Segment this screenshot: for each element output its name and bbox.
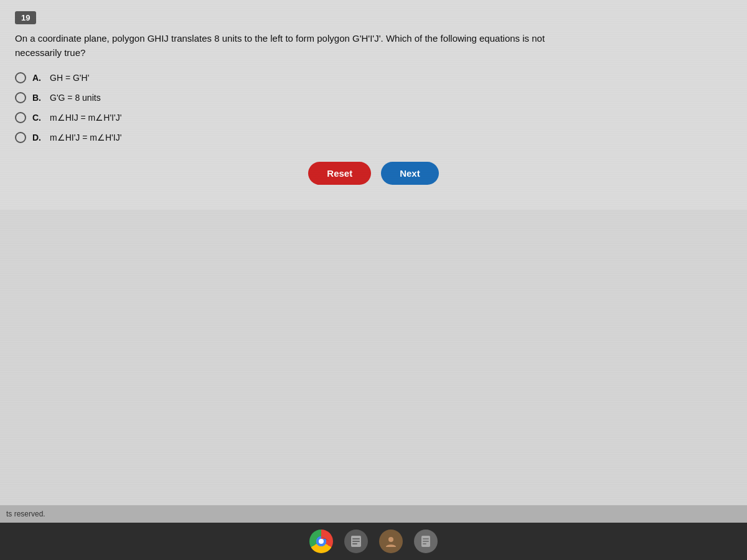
chrome-icon[interactable]	[309, 530, 333, 553]
option-label-b: B.	[32, 93, 46, 103]
options-list: A. GH = G'H' B. G'G = 8 units C. m∠HIJ =…	[15, 72, 732, 143]
radio-a[interactable]	[15, 72, 26, 83]
reset-button[interactable]: Reset	[308, 162, 371, 185]
svg-rect-5	[352, 543, 357, 544]
question-text: On a coordinate plane, polygon GHIJ tran…	[15, 32, 575, 60]
radio-d[interactable]	[15, 132, 26, 143]
option-item-c[interactable]: C. m∠HIJ = m∠H'I'J'	[15, 112, 732, 123]
buttons-row: Reset Next	[15, 162, 732, 185]
option-text-d: m∠HI'J = m∠H'IJ'	[50, 133, 121, 142]
option-item-b[interactable]: B. G'G = 8 units	[15, 92, 732, 103]
taskbar	[0, 523, 747, 560]
option-text-c: m∠HIJ = m∠H'I'J'	[50, 113, 121, 123]
doc-icon[interactable]	[414, 530, 438, 553]
files-icon[interactable]	[344, 530, 368, 553]
svg-rect-10	[423, 543, 426, 544]
main-content: 19 On a coordinate plane, polygon GHIJ t…	[0, 0, 747, 505]
next-button[interactable]: Next	[381, 162, 439, 185]
svg-rect-9	[423, 541, 429, 542]
svg-rect-3	[352, 538, 360, 539]
footer-text: ts reserved.	[6, 510, 45, 518]
option-item-d[interactable]: D. m∠HI'J = m∠H'IJ'	[15, 132, 732, 143]
person-icon[interactable]	[379, 530, 403, 553]
svg-point-1	[319, 539, 324, 544]
option-item-a[interactable]: A. GH = G'H'	[15, 72, 732, 83]
svg-point-6	[388, 537, 393, 542]
question-number-badge: 19	[15, 11, 36, 24]
radio-b[interactable]	[15, 92, 26, 103]
option-label-c: C.	[32, 113, 46, 123]
option-label-d: D.	[32, 133, 46, 142]
question-card: 19 On a coordinate plane, polygon GHIJ t…	[0, 0, 747, 210]
svg-rect-4	[352, 541, 360, 542]
svg-rect-8	[423, 538, 429, 539]
option-text-b: G'G = 8 units	[50, 93, 101, 103]
option-text-a: GH = G'H'	[50, 73, 89, 83]
radio-c[interactable]	[15, 112, 26, 123]
option-label-a: A.	[32, 73, 46, 83]
footer-bar: ts reserved.	[0, 505, 747, 523]
